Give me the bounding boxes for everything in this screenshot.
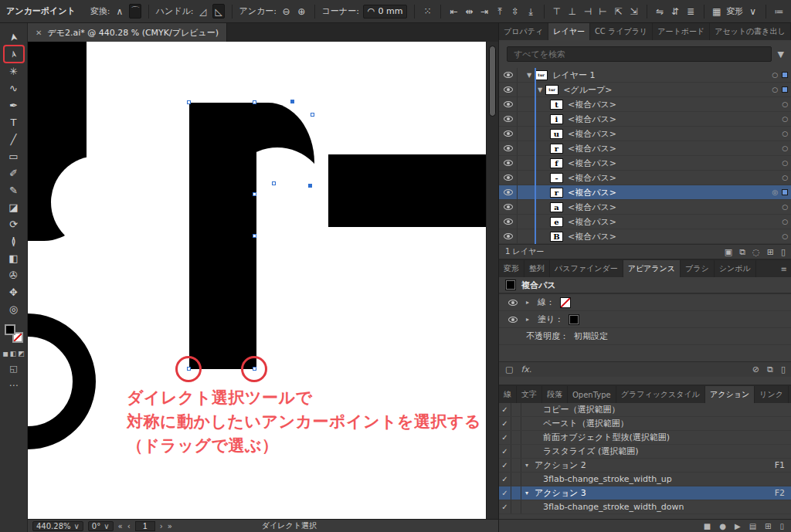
more-options-icon[interactable]: ≔ — [773, 4, 785, 19]
target-icon[interactable]: ○ — [782, 159, 788, 167]
layer-row[interactable]: ▼ tur レイヤー 1 ○ — [499, 68, 791, 83]
tab-properties[interactable]: プロパティ — [499, 23, 548, 40]
target-icon[interactable]: ○ — [782, 218, 788, 225]
stop-icon[interactable]: ■ — [704, 522, 711, 530]
expand-icon[interactable]: ▼ — [527, 72, 531, 79]
path-name[interactable]: <複合パス> — [568, 187, 616, 198]
compound-path-row-selected[interactable]: r <複合パス> ◎ — [499, 185, 791, 200]
target-icon[interactable]: ○ — [782, 203, 788, 211]
visibility-toggle[interactable] — [499, 215, 518, 229]
transform-grid-icon[interactable]: ▦ — [711, 4, 722, 19]
dialog-toggle[interactable] — [511, 486, 521, 500]
rotation-select[interactable]: 0° ∨ — [88, 521, 114, 531]
tab-brushes[interactable]: ブラシ — [681, 260, 715, 277]
hyphen-shape[interactable] — [328, 154, 486, 227]
duplicate-item-icon[interactable]: ⧉ — [767, 364, 773, 374]
tab-transform[interactable]: 変形 — [499, 260, 525, 277]
layer-name[interactable]: レイヤー 1 — [552, 69, 595, 81]
compound-path-row[interactable]: f <複合パス> ○ — [499, 156, 791, 171]
visibility-toggle[interactable] — [499, 68, 518, 82]
visibility-toggle[interactable] — [505, 294, 521, 310]
target-icon[interactable]: ○ — [782, 100, 788, 108]
stroke-row[interactable]: ▸ 線： — [499, 294, 791, 311]
snap-grid-icon[interactable]: ⁙ — [422, 4, 433, 19]
target-icon[interactable]: ○ — [782, 232, 788, 240]
check-icon[interactable]: ✓ — [499, 417, 511, 430]
hand-tool[interactable]: ✥ — [4, 283, 24, 300]
hide-handles-icon[interactable]: ◺ — [212, 4, 224, 19]
selection-tool[interactable]: ➤ — [4, 29, 24, 46]
search-input[interactable] — [507, 46, 772, 62]
delete-layer-icon[interactable]: ▯ — [781, 247, 786, 257]
tab-links[interactable]: リンク — [755, 386, 789, 403]
compound-path-row[interactable]: e <複合パス> ○ — [499, 215, 791, 229]
letter-r-stem[interactable] — [189, 103, 256, 369]
convert-to-corner-icon[interactable]: ∧ — [114, 4, 126, 19]
check-icon[interactable]: ✓ — [499, 473, 511, 486]
distribute-h-icon[interactable]: ⇱ — [613, 4, 624, 19]
anchor-point[interactable] — [308, 184, 312, 188]
eyedropper-tool[interactable]: ✇ — [4, 266, 24, 283]
dialog-toggle[interactable] — [511, 445, 521, 458]
check-icon[interactable]: ✓ — [499, 403, 511, 416]
draw-behind-icon[interactable]: ◧ — [10, 350, 17, 357]
dialog-toggle[interactable] — [511, 473, 521, 486]
zoom-tool[interactable]: ◎ — [4, 300, 24, 317]
new-action-icon[interactable]: ⊞ — [765, 522, 771, 530]
selection-indicator[interactable] — [782, 189, 788, 195]
tab-layers[interactable]: レイヤー — [548, 23, 590, 40]
tab-character[interactable]: 文字 — [517, 386, 542, 403]
visibility-toggle[interactable] — [499, 83, 518, 97]
action-step-row[interactable]: ✓ ラスタライズ (選択範囲) — [499, 445, 791, 459]
eraser-tool[interactable]: ◪ — [4, 198, 24, 215]
distribute-space-v-icon[interactable]: ⇵ — [670, 4, 681, 19]
distribute-space-icon[interactable]: ≣ — [685, 4, 697, 19]
visibility-toggle[interactable] — [499, 112, 518, 126]
path-name[interactable]: <複合パス> — [568, 231, 616, 242]
expand-icon[interactable]: ▸ — [526, 299, 529, 306]
visibility-toggle[interactable] — [499, 127, 518, 141]
path-name[interactable]: <複合パス> — [568, 114, 616, 125]
stroke-none-swatch[interactable] — [560, 297, 571, 308]
distribute-bottom-icon[interactable]: ⊥ — [566, 4, 578, 19]
fill-stroke-control[interactable] — [4, 324, 24, 344]
dialog-toggle[interactable] — [511, 500, 521, 513]
target-icon[interactable]: ◎ — [772, 188, 778, 196]
play-icon[interactable]: ▶ — [735, 522, 741, 530]
align-right-icon[interactable]: ⇥ — [479, 4, 491, 19]
target-icon[interactable]: ○ — [772, 71, 778, 79]
convert-to-smooth-icon[interactable]: ⌒ — [129, 4, 141, 19]
add-anchor-icon[interactable]: ⊕ — [296, 4, 307, 19]
target-icon[interactable]: ○ — [782, 144, 788, 152]
visibility-toggle[interactable] — [499, 97, 518, 111]
action-step-row[interactable]: ✓ コピー（選択範囲） — [499, 403, 791, 417]
draw-normal-icon[interactable]: ◼ — [2, 350, 8, 357]
width-tool[interactable]: ≬ — [4, 232, 24, 249]
fill-swatch[interactable] — [5, 324, 15, 335]
pencil-tool[interactable]: ✎ — [4, 181, 24, 198]
tab-paragraph[interactable]: 段落 — [542, 386, 568, 403]
tab-opentype[interactable]: OpenType — [568, 386, 616, 403]
path-name[interactable]: <複合パス> — [568, 143, 616, 154]
anchor-point[interactable] — [272, 181, 276, 185]
action-step-row[interactable]: ✓ 3flab-change_stroke_width_down — [499, 500, 791, 514]
direct-selection-tool[interactable]: ➢ — [4, 46, 24, 63]
new-art-icon[interactable]: ▢ — [505, 364, 513, 374]
path-name[interactable]: <複合パス> — [568, 99, 616, 110]
align-left-icon[interactable]: ⇤ — [448, 4, 460, 19]
screen-mode-icon[interactable]: ◱ — [9, 364, 17, 374]
distribute-top-icon[interactable]: ⊤ — [551, 4, 562, 19]
new-set-icon[interactable]: ▤ — [749, 522, 756, 530]
visibility-toggle[interactable] — [505, 311, 521, 327]
dialog-toggle[interactable] — [511, 417, 521, 430]
selection-indicator[interactable] — [782, 72, 788, 78]
rectangle-tool[interactable]: ▭ — [4, 147, 24, 164]
vertical-scrollbar[interactable] — [486, 42, 498, 519]
visibility-toggle[interactable] — [499, 171, 518, 185]
dialog-toggle[interactable] — [511, 403, 521, 416]
selection-indicator[interactable] — [782, 86, 788, 93]
clear-appearance-icon[interactable]: ⊘ — [752, 364, 759, 374]
compound-path-row[interactable]: t <複合パス> ○ — [499, 97, 791, 112]
anchor-point[interactable] — [290, 100, 294, 103]
lasso-tool[interactable]: ∿ — [4, 80, 24, 97]
